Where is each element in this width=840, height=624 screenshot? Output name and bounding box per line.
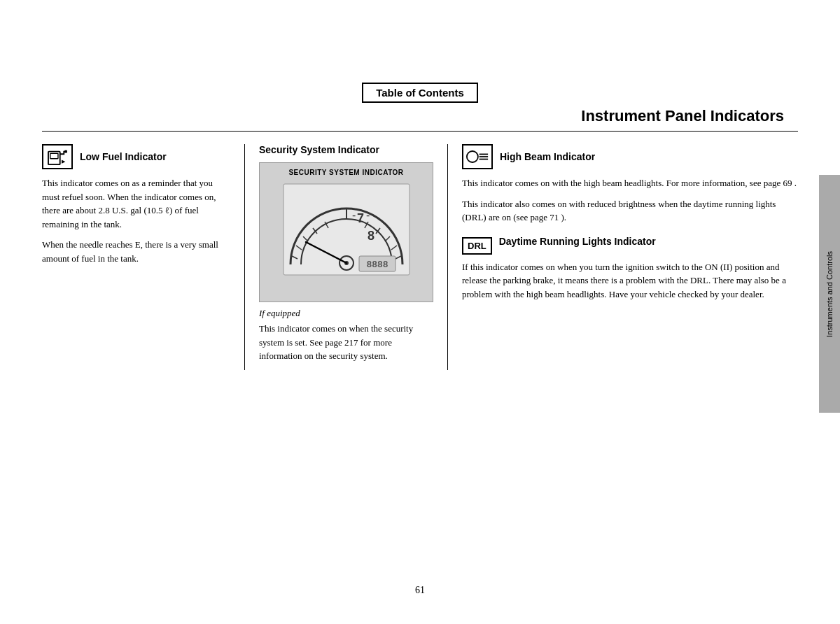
high-beam-icon-box [462, 144, 493, 169]
drl-title: Daytime Running Lights Indicator [499, 236, 656, 247]
security-system-title: Security System Indicator [259, 144, 379, 155]
high-beam-title: High Beam Indicator [500, 151, 595, 162]
high-beam-body1: This indicator comes on with the high be… [462, 176, 798, 190]
security-diagram: SECURITY SYSTEM INDICATOR [259, 162, 433, 302]
svg-rect-2 [64, 150, 67, 153]
low-fuel-title: Low Fuel Indicator [80, 151, 167, 162]
drl-icon-box: DRL [462, 237, 492, 255]
high-beam-header: High Beam Indicator [462, 144, 798, 169]
drl-body: If this indicator comes on when you turn… [462, 260, 798, 302]
security-body: This indicator comes on when the securit… [259, 322, 433, 363]
low-fuel-body2: When the needle reaches E, there is a ve… [42, 238, 230, 265]
fuel-pump-icon: ▶ [47, 148, 68, 166]
side-tab-label: Instruments and Controls [825, 251, 834, 337]
svg-text:7: 7 [356, 211, 363, 225]
svg-point-25 [467, 151, 478, 162]
low-fuel-header: ▶ Low Fuel Indicator [42, 144, 230, 169]
toc-button[interactable]: Table of Contents [362, 83, 478, 103]
svg-text:8: 8 [367, 229, 374, 243]
security-gauge-svg: 7 - - 8 8888 [276, 180, 416, 289]
svg-rect-1 [50, 153, 58, 158]
page-number: 61 [0, 585, 840, 596]
high-beam-icon [466, 148, 489, 165]
content-area: ▶ Low Fuel Indicator This indicator come… [42, 144, 798, 370]
high-beam-column: High Beam Indicator This indicator comes… [448, 144, 798, 370]
section-title: Instrument Panel Indicators [581, 107, 784, 125]
page: Table of Contents Instrument Panel Indic… [0, 0, 840, 624]
security-diagram-label: SECURITY SYSTEM INDICATOR [265, 169, 427, 176]
top-rule [42, 131, 798, 132]
drl-header: DRL Daytime Running Lights Indicator [462, 236, 798, 255]
svg-text:▶: ▶ [62, 158, 66, 164]
side-tab: Instruments and Controls [819, 175, 840, 413]
svg-text:-: - [366, 209, 370, 221]
low-fuel-body1: This indicator comes on as a reminder th… [42, 176, 230, 231]
security-system-column: Security System Indicator SECURITY SYSTE… [245, 144, 448, 370]
svg-text:8888: 8888 [366, 260, 388, 270]
if-equipped-text: If equipped [259, 308, 433, 319]
drl-label: DRL [468, 241, 486, 251]
toc-button-wrap: Table of Contents [0, 0, 840, 103]
section-title-wrap: Instrument Panel Indicators [0, 107, 840, 125]
high-beam-body2: This indicator also comes on with reduce… [462, 197, 798, 225]
security-system-header: Security System Indicator [259, 144, 433, 155]
svg-text:-: - [352, 209, 356, 221]
low-fuel-column: ▶ Low Fuel Indicator This indicator come… [42, 144, 245, 370]
fuel-icon-box: ▶ [42, 144, 73, 169]
